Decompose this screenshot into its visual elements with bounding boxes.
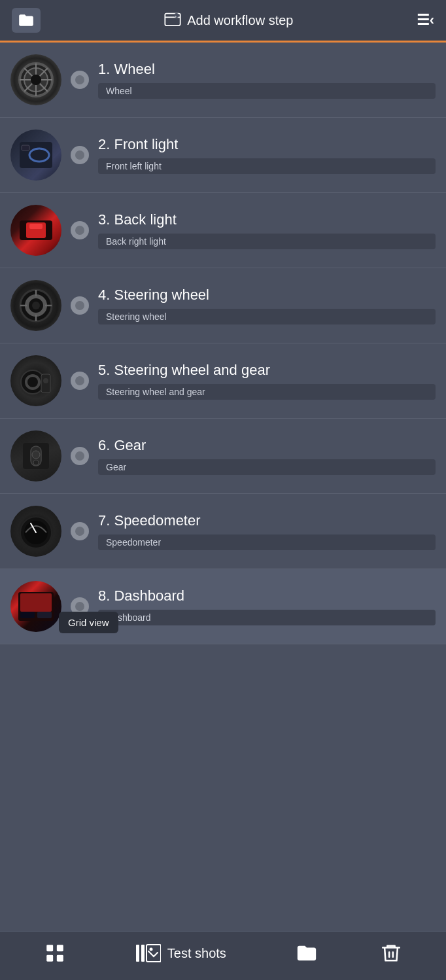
svg-rect-16 bbox=[22, 145, 29, 150]
item-info-8: 8. Dashboard Dashboard bbox=[98, 587, 436, 625]
item-thumbnail-2 bbox=[10, 130, 61, 181]
test-shots-button[interactable]: Test shots bbox=[97, 942, 265, 964]
item-title-3: 3. Back light bbox=[98, 211, 436, 228]
item-tag-7: Speedometer bbox=[98, 534, 436, 550]
thumbnail-art-3 bbox=[16, 211, 56, 250]
item-title-5: 5. Steering wheel and gear bbox=[98, 362, 436, 379]
item-info-4: 4. Steering wheel Steering wheel bbox=[98, 287, 436, 324]
item-radio-inner-7 bbox=[75, 527, 84, 536]
trash-icon bbox=[380, 942, 402, 964]
svg-rect-19 bbox=[29, 224, 43, 229]
svg-rect-44 bbox=[46, 955, 53, 962]
item-thumbnail-4 bbox=[10, 280, 61, 331]
item-tag-2: Front left light bbox=[98, 158, 436, 174]
svg-rect-48 bbox=[146, 945, 161, 962]
item-thumbnail-8 bbox=[10, 581, 61, 632]
item-radio-inner-8 bbox=[75, 602, 84, 611]
item-info-1: 1. Wheel Wheel bbox=[98, 61, 436, 99]
item-radio-4[interactable] bbox=[71, 296, 89, 315]
item-title-2: 2. Front light bbox=[98, 136, 436, 153]
item-radio-inner-4 bbox=[75, 301, 84, 310]
add-workflow-label: Add workflow step bbox=[187, 13, 293, 28]
item-thumbnail-3 bbox=[10, 205, 61, 256]
workflow-item-2[interactable]: 2. Front light Front left light bbox=[0, 118, 446, 193]
item-radio-inner-6 bbox=[75, 451, 84, 461]
thumbnail-art-4 bbox=[16, 286, 56, 325]
svg-rect-41 bbox=[37, 612, 52, 618]
workflow-item-3[interactable]: 3. Back light Back right light bbox=[0, 193, 446, 268]
item-info-5: 5. Steering wheel and gear Steering whee… bbox=[98, 362, 436, 400]
item-title-6: 6. Gear bbox=[98, 437, 436, 454]
workflow-item-8[interactable]: 8. Dashboard Dashboard Grid view bbox=[0, 569, 446, 644]
delete-button[interactable] bbox=[349, 942, 433, 964]
menu-back-button[interactable]: ☰‹ bbox=[417, 12, 434, 29]
item-info-7: 7. Speedometer Speedometer bbox=[98, 512, 436, 550]
thumbnail-art-8 bbox=[16, 587, 56, 626]
item-radio-inner-3 bbox=[75, 226, 84, 235]
test-shots-label: Test shots bbox=[167, 946, 226, 961]
grid-icon bbox=[44, 942, 66, 964]
item-title-8: 8. Dashboard bbox=[98, 587, 436, 604]
svg-rect-46 bbox=[136, 945, 139, 962]
thumbnail-art-6 bbox=[16, 436, 56, 476]
workflow-item-1[interactable]: 1. Wheel Wheel bbox=[0, 43, 446, 118]
add-workflow-button[interactable]: + Add workflow step bbox=[163, 11, 293, 29]
bottom-bar: Test shots bbox=[0, 931, 446, 980]
add-folder-button[interactable] bbox=[12, 8, 41, 33]
workflow-item-4[interactable]: 4. Steering wheel Steering wheel bbox=[0, 268, 446, 343]
svg-rect-39 bbox=[20, 593, 52, 612]
item-radio-inner-5 bbox=[75, 376, 84, 385]
grid-view-button[interactable] bbox=[13, 942, 97, 964]
workflow-item-5[interactable]: 5. Steering wheel and gear Steering whee… bbox=[0, 343, 446, 419]
svg-rect-42 bbox=[46, 945, 53, 951]
item-info-2: 2. Front light Front left light bbox=[98, 136, 436, 174]
svg-rect-47 bbox=[141, 945, 145, 962]
svg-point-33 bbox=[32, 451, 40, 459]
item-thumbnail-5 bbox=[10, 355, 61, 406]
item-radio-3[interactable] bbox=[71, 221, 89, 239]
item-info-3: 3. Back light Back right light bbox=[98, 211, 436, 249]
svg-rect-45 bbox=[57, 955, 63, 962]
add-workflow-icon: + bbox=[163, 11, 182, 29]
item-info-6: 6. Gear Gear bbox=[98, 437, 436, 475]
item-title-1: 1. Wheel bbox=[98, 61, 436, 78]
thumbnail-art-7 bbox=[16, 512, 56, 551]
thumbnail-art-5 bbox=[16, 361, 56, 400]
item-tag-1: Wheel bbox=[98, 83, 436, 99]
item-tag-8: Dashboard bbox=[98, 610, 436, 625]
folder-button[interactable] bbox=[265, 942, 349, 964]
item-thumbnail-7 bbox=[10, 506, 61, 557]
item-thumbnail-1 bbox=[10, 54, 61, 105]
svg-point-49 bbox=[149, 948, 152, 951]
item-radio-8[interactable] bbox=[71, 597, 89, 616]
item-title-4: 4. Steering wheel bbox=[98, 287, 436, 304]
item-radio-6[interactable] bbox=[71, 447, 89, 465]
workflow-item-6[interactable]: 6. Gear Gear bbox=[0, 419, 446, 494]
item-tag-5: Steering wheel and gear bbox=[98, 384, 436, 400]
item-radio-5[interactable] bbox=[71, 372, 89, 390]
svg-point-34 bbox=[33, 460, 39, 465]
thumbnail-art-1 bbox=[16, 60, 56, 99]
thumbnail-art-2 bbox=[16, 135, 56, 175]
item-thumbnail-6 bbox=[10, 430, 61, 481]
test-shots-icon bbox=[136, 942, 161, 964]
item-radio-2[interactable] bbox=[71, 146, 89, 164]
svg-point-5 bbox=[31, 75, 41, 85]
svg-point-30 bbox=[43, 378, 48, 383]
item-tag-3: Back right light bbox=[98, 234, 436, 249]
svg-rect-43 bbox=[57, 945, 63, 951]
item-radio-1[interactable] bbox=[71, 71, 89, 89]
item-title-7: 7. Speedometer bbox=[98, 512, 436, 529]
item-radio-inner-1 bbox=[75, 75, 84, 84]
item-tag-4: Steering wheel bbox=[98, 309, 436, 324]
svg-rect-40 bbox=[20, 612, 35, 618]
item-tag-6: Gear bbox=[98, 459, 436, 475]
folder-add-icon bbox=[18, 12, 35, 29]
folder-icon bbox=[296, 942, 318, 964]
workflow-list: 1. Wheel Wheel 2. Front light Front left… bbox=[0, 43, 446, 644]
top-bar: + Add workflow step ☰‹ bbox=[0, 0, 446, 43]
item-radio-7[interactable] bbox=[71, 522, 89, 540]
item-radio-inner-2 bbox=[75, 150, 84, 160]
svg-text:+: + bbox=[175, 14, 177, 18]
workflow-item-7[interactable]: 7. Speedometer Speedometer bbox=[0, 494, 446, 569]
